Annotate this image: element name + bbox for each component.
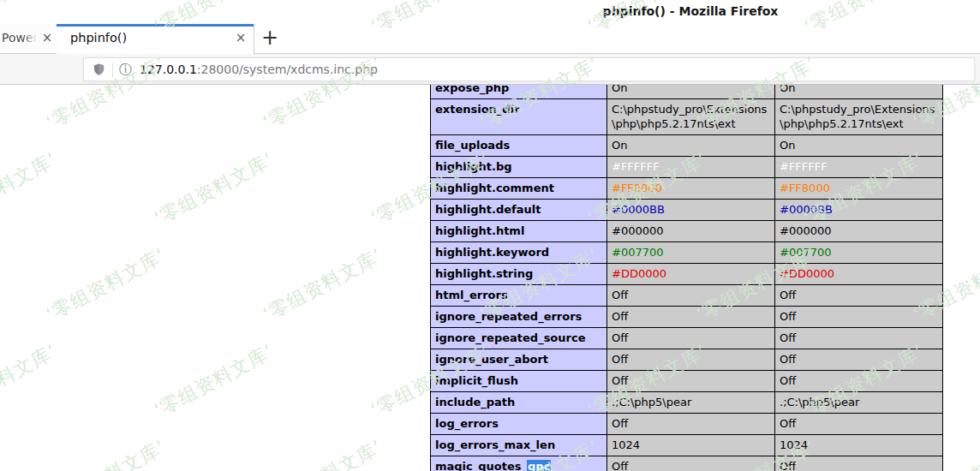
table-row: highlight.default#0000BB#0000BB (431, 200, 943, 221)
master-value-cell: .;C:\php5\pear (775, 392, 943, 414)
directive-name-cell: ignore_repeated_errors (431, 307, 607, 328)
active-tab-accent-bar (57, 24, 254, 27)
master-value-cell: Off (775, 328, 943, 349)
table-row: highlight.comment#FF8000#FF8000 (431, 178, 943, 200)
master-value-cell: #000000 (775, 221, 943, 242)
directive-name-cell: magic_quotes_gpc (431, 456, 607, 471)
tab-background-power[interactable]: Power × (0, 24, 57, 53)
directive-name-cell: highlight.string (431, 264, 607, 285)
tab-strip: Power × phpinfo() × + (0, 24, 980, 54)
tracking-protection-shield-icon[interactable] (93, 63, 105, 76)
urlbar-separator (112, 63, 113, 77)
local-value-cell: Off (607, 414, 775, 435)
local-value-cell: Off (607, 307, 775, 328)
master-value-cell: #FFFFFF (775, 157, 943, 178)
table-row: extension_dirC:\phpstudy_pro\Extensions … (431, 99, 943, 135)
directive-name-cell: highlight.html (431, 221, 607, 242)
url-path: :28000/system/xdcms.inc.php (197, 63, 378, 76)
master-value-cell: #0000BB (775, 200, 943, 221)
master-value-cell: Off (775, 349, 943, 371)
directive-name-text: magic_quotes_ (435, 460, 527, 471)
table-row: ignore_user_abortOffOff (431, 349, 943, 371)
directive-name-cell: highlight.bg (431, 157, 607, 178)
table-row: highlight.bg#FFFFFF#FFFFFF (431, 157, 943, 178)
tab-close-icon[interactable]: × (39, 30, 55, 45)
url-text: 127.0.0.1:28000/system/xdcms.inc.php (140, 63, 378, 76)
directive-name-cell: html_errors (431, 285, 607, 307)
window-titlebar: phpinfo() - Mozilla Firefox (0, 0, 980, 24)
local-value-cell: Off (607, 371, 775, 392)
directive-name-cell: ignore_user_abort (431, 349, 607, 371)
master-value-cell: #007700 (775, 242, 943, 264)
table-row: file_uploadsOnOn (431, 135, 943, 157)
directive-name-cell: implicit_flush (431, 371, 607, 392)
local-value-cell: Off (607, 456, 775, 471)
navigation-toolbar: ⓘ 127.0.0.1:28000/system/xdcms.inc.php (0, 54, 980, 85)
table-row: implicit_flushOffOff (431, 371, 943, 392)
directive-name-cell: highlight.default (431, 200, 607, 221)
local-value-cell: #FF8000 (607, 178, 775, 200)
directive-name-cell: extension_dir (431, 99, 607, 135)
table-row: html_errorsOffOff (431, 285, 943, 307)
master-value-cell: On (775, 85, 943, 99)
table-row: highlight.string#DD0000#DD0000 (431, 264, 943, 285)
directive-name-cell: highlight.keyword (431, 242, 607, 264)
local-value-cell: #000000 (607, 221, 775, 242)
master-value-cell: C:\phpstudy_pro\Extensions \php\php5.2.1… (775, 99, 943, 135)
table-row: highlight.keyword#007700#007700 (431, 242, 943, 264)
master-value-cell: Off (775, 285, 943, 307)
table-row: magic_quotes_gpcOffOff (431, 456, 943, 471)
table-row: ignore_repeated_sourceOffOff (431, 328, 943, 349)
local-value-cell: #007700 (607, 242, 775, 264)
master-value-cell: On (775, 135, 943, 157)
selected-text: gpc (527, 460, 551, 471)
master-value-cell: #DD0000 (775, 264, 943, 285)
local-value-cell: Off (607, 328, 775, 349)
page-info-icon[interactable]: ⓘ (119, 62, 132, 78)
directive-name-cell: file_uploads (431, 135, 607, 157)
phpinfo-table: expose_phpOnOnextension_dirC:\phpstudy_p… (430, 85, 943, 471)
tab-label: Power (2, 31, 41, 45)
directive-name-cell: ignore_repeated_source (431, 328, 607, 349)
local-value-cell: On (607, 135, 775, 157)
local-value-cell: .;C:\php5\pear (607, 392, 775, 414)
local-value-cell: Off (607, 349, 775, 371)
url-bar[interactable]: ⓘ 127.0.0.1:28000/system/xdcms.inc.php (83, 57, 975, 81)
master-value-cell: Off (775, 456, 943, 471)
table-row: include_path.;C:\php5\pear.;C:\php5\pear (431, 392, 943, 414)
local-value-cell: C:\phpstudy_pro\Extensions \php\php5.2.1… (607, 99, 775, 135)
master-value-cell: 1024 (775, 435, 943, 456)
new-tab-button[interactable]: + (260, 26, 280, 50)
local-value-cell: 1024 (607, 435, 775, 456)
tab-close-icon[interactable]: × (233, 30, 248, 45)
directive-name-cell: highlight.comment (431, 178, 607, 200)
tab-label: phpinfo() (70, 31, 127, 45)
master-value-cell: Off (775, 307, 943, 328)
directive-name-cell: include_path (431, 392, 607, 414)
page-content: expose_phpOnOnextension_dirC:\phpstudy_p… (0, 85, 980, 471)
tab-active-phpinfo[interactable]: phpinfo() × (57, 24, 254, 54)
local-value-cell: #0000BB (607, 200, 775, 221)
table-row: log_errors_max_len10241024 (431, 435, 943, 456)
table-row: ignore_repeated_errorsOffOff (431, 307, 943, 328)
table-row: log_errorsOffOff (431, 414, 943, 435)
directive-name-cell: log_errors_max_len (431, 435, 607, 456)
master-value-cell: Off (775, 414, 943, 435)
local-value-cell: Off (607, 285, 775, 307)
master-value-cell: Off (775, 371, 943, 392)
table-row: highlight.html#000000#000000 (431, 221, 943, 242)
url-host: 127.0.0.1 (140, 63, 197, 76)
window-title: phpinfo() - Mozilla Firefox (603, 4, 779, 18)
master-value-cell: #FF8000 (775, 178, 943, 200)
local-value-cell: #FFFFFF (607, 157, 775, 178)
directive-name-cell: log_errors (431, 414, 607, 435)
local-value-cell: On (607, 85, 775, 99)
directive-name-cell: expose_php (431, 85, 607, 99)
table-row: expose_phpOnOn (431, 85, 943, 99)
local-value-cell: #DD0000 (607, 264, 775, 285)
